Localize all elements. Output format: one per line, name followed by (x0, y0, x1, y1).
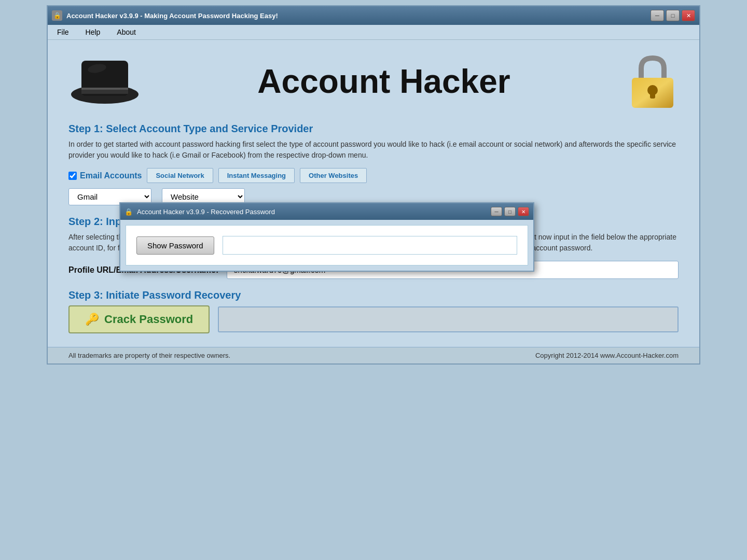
popup-minimize-button[interactable]: ─ (491, 207, 502, 216)
titlebar: 🔒 Account Hacker v3.9.9 - Making Account… (48, 6, 699, 25)
svg-rect-3 (81, 88, 128, 90)
step1-description: In order to get started with account pas… (68, 139, 679, 161)
show-password-button[interactable]: Show Password (136, 236, 214, 255)
popup-dialog: 🔒 Account Hacker v3.9.9 - Recovered Pass… (119, 202, 534, 272)
menu-about[interactable]: About (114, 27, 139, 37)
step1-title: Step 1: Select Account Type and Service … (68, 123, 679, 135)
maximize-button[interactable]: □ (666, 10, 680, 21)
lock-icon (627, 53, 679, 110)
step3-title: Step 3: Initiate Password Recovery (68, 289, 679, 301)
progress-bar (218, 306, 679, 332)
key-icon: 🔑 (85, 313, 99, 326)
menu-file[interactable]: File (54, 27, 72, 37)
popup-titlebar-left: 🔒 Account Hacker v3.9.9 - Recovered Pass… (125, 208, 275, 216)
tab-other-websites[interactable]: Other Websites (300, 168, 367, 183)
popup-close-button[interactable]: ✕ (518, 207, 529, 216)
account-type-row: Email Accounts Social Network Instant Me… (68, 168, 679, 183)
menu-help[interactable]: Help (82, 27, 104, 37)
tab-social-network[interactable]: Social Network (147, 168, 213, 183)
titlebar-controls: ─ □ ✕ (651, 10, 695, 21)
svg-rect-7 (650, 90, 655, 99)
crack-password-button[interactable]: 🔑 Crack Password (68, 305, 210, 333)
window-title: Account Hacker v3.9.9 - Making Account P… (66, 12, 278, 20)
close-button[interactable]: ✕ (682, 10, 695, 21)
tab-instant-messaging[interactable]: Instant Messaging (218, 168, 295, 183)
app-icon: 🔒 (52, 10, 62, 21)
popup-icon: 🔒 (125, 208, 133, 216)
minimize-button[interactable]: ─ (651, 10, 664, 21)
footer-copyright: Copyright 2012-2014 www.Account-Hacker.c… (535, 352, 679, 359)
step3-row: 🔑 Crack Password (68, 305, 679, 333)
popup-controls: ─ □ ✕ (491, 207, 529, 216)
popup-maximize-button[interactable]: □ (504, 207, 516, 216)
email-accounts-label: Email Accounts (80, 171, 142, 180)
crack-password-label: Crack Password (104, 313, 193, 326)
app-title-text: Account Hacker (257, 62, 510, 101)
footer: All trademarks are property of their res… (48, 347, 699, 363)
hat-icon (68, 50, 141, 113)
menubar: File Help About (48, 25, 699, 40)
popup-titlebar: 🔒 Account Hacker v3.9.9 - Recovered Pass… (120, 203, 533, 220)
main-window: 🔒 Account Hacker v3.9.9 - Making Account… (47, 5, 700, 365)
titlebar-left: 🔒 Account Hacker v3.9.9 - Making Account… (52, 10, 278, 21)
password-display (223, 236, 517, 255)
footer-trademarks: All trademarks are property of their res… (68, 352, 230, 359)
email-accounts-checkbox[interactable] (68, 172, 77, 180)
popup-body: Show Password (126, 225, 528, 265)
header-section: Account Hacker (48, 40, 699, 123)
popup-title: Account Hacker v3.9.9 - Recovered Passwo… (137, 208, 275, 216)
email-accounts-checkbox-label[interactable]: Email Accounts (68, 171, 142, 180)
